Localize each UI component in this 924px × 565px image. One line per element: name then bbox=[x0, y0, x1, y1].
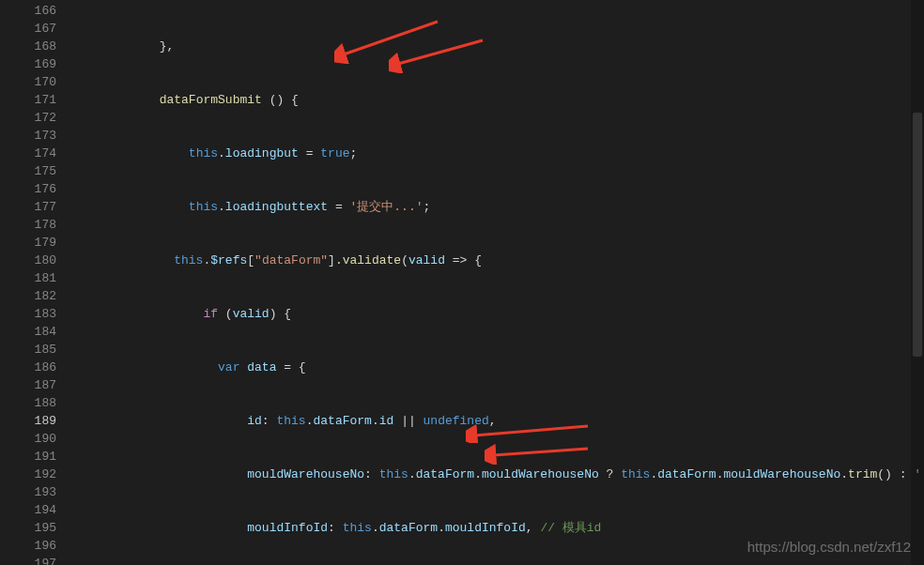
annotation-arrow-icon bbox=[485, 441, 597, 465]
line-number: 195 bbox=[0, 519, 56, 537]
code-line: mouldWarehouseNo: this.dataForm.mouldWar… bbox=[71, 466, 924, 483]
line-number: 178 bbox=[0, 216, 56, 234]
line-number: 185 bbox=[0, 341, 56, 359]
line-number: 187 bbox=[0, 376, 56, 394]
code-line: if (valid) { bbox=[71, 305, 924, 323]
code-editor[interactable]: 1661671681691701711721731741751761771781… bbox=[0, 0, 924, 565]
line-number: 168 bbox=[0, 38, 56, 55]
line-number: 166 bbox=[0, 2, 56, 20]
code-line: this.$refs["dataForm"].validate(valid =>… bbox=[71, 252, 924, 269]
code-line: this.loadingbuttext = '提交中...'; bbox=[71, 198, 924, 216]
watermark-text: https://blog.csdn.net/zxf12 bbox=[747, 538, 911, 556]
code-line: dataFormSubmit () { bbox=[71, 91, 924, 109]
line-number: 188 bbox=[0, 394, 56, 412]
line-number: 189 bbox=[0, 412, 56, 430]
svg-line-3 bbox=[494, 449, 588, 455]
line-number: 186 bbox=[0, 359, 56, 376]
code-line: var data = { bbox=[71, 359, 924, 376]
line-number: 173 bbox=[0, 127, 56, 145]
line-number: 174 bbox=[0, 145, 56, 162]
line-number: 177 bbox=[0, 198, 56, 216]
line-number: 182 bbox=[0, 287, 56, 305]
code-area[interactable]: }, dataFormSubmit () { this.loadingbut =… bbox=[71, 0, 924, 565]
line-number: 181 bbox=[0, 269, 56, 287]
line-number: 196 bbox=[0, 537, 56, 555]
line-number: 183 bbox=[0, 305, 56, 323]
vertical-scrollbar[interactable] bbox=[911, 0, 924, 565]
line-number: 172 bbox=[0, 109, 56, 127]
line-number: 179 bbox=[0, 234, 56, 252]
line-number: 169 bbox=[0, 55, 56, 73]
line-number: 170 bbox=[0, 73, 56, 91]
line-number: 167 bbox=[0, 20, 56, 38]
line-number: 184 bbox=[0, 323, 56, 341]
line-number: 176 bbox=[0, 180, 56, 198]
line-number: 180 bbox=[0, 252, 56, 269]
line-number: 190 bbox=[0, 430, 56, 448]
line-number: 175 bbox=[0, 162, 56, 180]
line-number-gutter: 1661671681691701711721731741751761771781… bbox=[0, 0, 71, 565]
line-number: 194 bbox=[0, 501, 56, 519]
line-number: 192 bbox=[0, 466, 56, 483]
line-number: 193 bbox=[0, 483, 56, 501]
code-line: id: this.dataForm.id || undefined, bbox=[71, 412, 924, 430]
line-number: 191 bbox=[0, 448, 56, 466]
line-number: 171 bbox=[0, 91, 56, 109]
line-number: 197 bbox=[0, 555, 56, 565]
code-line: mouldInfoId: this.dataForm.mouldInfoId, … bbox=[71, 519, 924, 537]
code-line: }, bbox=[71, 38, 924, 55]
code-line: this.loadingbut = true; bbox=[71, 145, 924, 162]
scrollbar-thumb[interactable] bbox=[913, 113, 922, 357]
